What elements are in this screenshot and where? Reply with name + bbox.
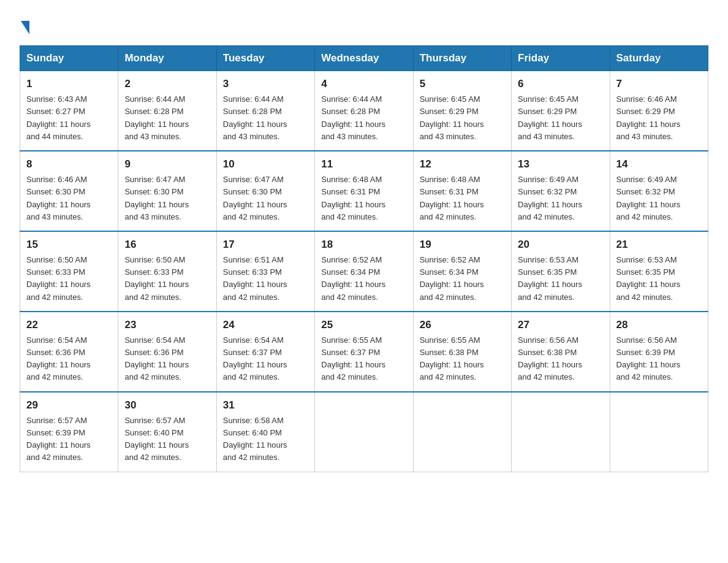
calendar-cell: 10Sunrise: 6:47 AMSunset: 6:30 PMDayligh… xyxy=(216,151,314,231)
calendar-week-row: 22Sunrise: 6:54 AMSunset: 6:36 PMDayligh… xyxy=(20,312,708,392)
day-number: 30 xyxy=(124,397,210,413)
day-info: Sunrise: 6:52 AMSunset: 6:34 PMDaylight:… xyxy=(420,254,505,304)
day-number: 15 xyxy=(26,237,112,253)
day-header-sunday: Sunday xyxy=(20,46,118,71)
day-info: Sunrise: 6:50 AMSunset: 6:33 PMDaylight:… xyxy=(26,254,112,304)
day-info: Sunrise: 6:43 AMSunset: 6:27 PMDaylight:… xyxy=(26,93,112,143)
logo xyxy=(20,20,29,34)
day-info: Sunrise: 6:55 AMSunset: 6:37 PMDaylight:… xyxy=(321,334,406,384)
day-info: Sunrise: 6:54 AMSunset: 6:36 PMDaylight:… xyxy=(124,334,210,384)
calendar-cell: 12Sunrise: 6:48 AMSunset: 6:31 PMDayligh… xyxy=(413,151,511,231)
calendar-cell: 30Sunrise: 6:57 AMSunset: 6:40 PMDayligh… xyxy=(118,392,216,472)
day-info: Sunrise: 6:56 AMSunset: 6:39 PMDaylight:… xyxy=(616,334,702,384)
logo-triangle-icon xyxy=(21,21,29,34)
calendar-week-row: 8Sunrise: 6:46 AMSunset: 6:30 PMDaylight… xyxy=(20,151,708,231)
page-header xyxy=(20,15,708,34)
calendar-header-row: SundayMondayTuesdayWednesdayThursdayFrid… xyxy=(20,46,708,71)
day-number: 5 xyxy=(420,76,505,92)
calendar-cell: 13Sunrise: 6:49 AMSunset: 6:32 PMDayligh… xyxy=(512,151,610,231)
calendar-cell: 8Sunrise: 6:46 AMSunset: 6:30 PMDaylight… xyxy=(20,151,118,231)
day-header-wednesday: Wednesday xyxy=(315,46,413,71)
day-number: 19 xyxy=(420,237,505,253)
calendar-cell xyxy=(512,392,610,472)
calendar-cell: 1Sunrise: 6:43 AMSunset: 6:27 PMDaylight… xyxy=(20,71,118,151)
day-number: 25 xyxy=(321,317,406,333)
day-header-thursday: Thursday xyxy=(413,46,511,71)
day-info: Sunrise: 6:44 AMSunset: 6:28 PMDaylight:… xyxy=(223,93,308,143)
calendar-week-row: 29Sunrise: 6:57 AMSunset: 6:39 PMDayligh… xyxy=(20,392,708,472)
day-info: Sunrise: 6:51 AMSunset: 6:33 PMDaylight:… xyxy=(223,254,308,304)
day-info: Sunrise: 6:47 AMSunset: 6:30 PMDaylight:… xyxy=(223,174,308,223)
day-number: 29 xyxy=(26,397,112,413)
day-info: Sunrise: 6:46 AMSunset: 6:30 PMDaylight:… xyxy=(26,174,112,223)
calendar-week-row: 1Sunrise: 6:43 AMSunset: 6:27 PMDaylight… xyxy=(20,71,708,151)
day-number: 2 xyxy=(124,76,210,92)
day-number: 16 xyxy=(124,237,210,253)
calendar-cell: 23Sunrise: 6:54 AMSunset: 6:36 PMDayligh… xyxy=(118,312,216,392)
day-number: 12 xyxy=(420,156,505,172)
day-info: Sunrise: 6:56 AMSunset: 6:38 PMDaylight:… xyxy=(518,334,603,384)
day-info: Sunrise: 6:44 AMSunset: 6:28 PMDaylight:… xyxy=(124,93,210,143)
day-info: Sunrise: 6:57 AMSunset: 6:39 PMDaylight:… xyxy=(26,415,112,464)
day-number: 1 xyxy=(26,76,112,92)
calendar-cell: 31Sunrise: 6:58 AMSunset: 6:40 PMDayligh… xyxy=(216,392,314,472)
calendar-cell: 29Sunrise: 6:57 AMSunset: 6:39 PMDayligh… xyxy=(20,392,118,472)
day-info: Sunrise: 6:58 AMSunset: 6:40 PMDaylight:… xyxy=(223,415,308,464)
day-info: Sunrise: 6:53 AMSunset: 6:35 PMDaylight:… xyxy=(616,254,702,304)
day-number: 14 xyxy=(616,156,702,172)
calendar-cell: 26Sunrise: 6:55 AMSunset: 6:38 PMDayligh… xyxy=(413,312,511,392)
calendar-cell: 6Sunrise: 6:45 AMSunset: 6:29 PMDaylight… xyxy=(512,71,610,151)
day-number: 27 xyxy=(518,317,603,333)
day-info: Sunrise: 6:45 AMSunset: 6:29 PMDaylight:… xyxy=(518,93,603,143)
day-info: Sunrise: 6:46 AMSunset: 6:29 PMDaylight:… xyxy=(616,93,702,143)
calendar-cell: 25Sunrise: 6:55 AMSunset: 6:37 PMDayligh… xyxy=(315,312,413,392)
day-number: 26 xyxy=(420,317,505,333)
calendar-cell: 15Sunrise: 6:50 AMSunset: 6:33 PMDayligh… xyxy=(20,231,118,312)
day-number: 11 xyxy=(321,156,406,172)
day-number: 20 xyxy=(518,237,603,253)
day-header-saturday: Saturday xyxy=(610,46,708,71)
day-info: Sunrise: 6:44 AMSunset: 6:28 PMDaylight:… xyxy=(321,93,406,143)
day-info: Sunrise: 6:48 AMSunset: 6:31 PMDaylight:… xyxy=(420,174,505,223)
calendar-cell: 14Sunrise: 6:49 AMSunset: 6:32 PMDayligh… xyxy=(610,151,708,231)
day-info: Sunrise: 6:49 AMSunset: 6:32 PMDaylight:… xyxy=(518,174,603,223)
day-info: Sunrise: 6:45 AMSunset: 6:29 PMDaylight:… xyxy=(420,93,505,143)
day-info: Sunrise: 6:54 AMSunset: 6:36 PMDaylight:… xyxy=(26,334,112,384)
day-number: 9 xyxy=(124,156,210,172)
calendar-cell: 7Sunrise: 6:46 AMSunset: 6:29 PMDaylight… xyxy=(610,71,708,151)
day-info: Sunrise: 6:49 AMSunset: 6:32 PMDaylight:… xyxy=(616,174,702,223)
day-number: 17 xyxy=(223,237,308,253)
day-header-friday: Friday xyxy=(512,46,610,71)
day-info: Sunrise: 6:52 AMSunset: 6:34 PMDaylight:… xyxy=(321,254,406,304)
day-number: 8 xyxy=(26,156,112,172)
day-info: Sunrise: 6:54 AMSunset: 6:37 PMDaylight:… xyxy=(223,334,308,384)
day-info: Sunrise: 6:48 AMSunset: 6:31 PMDaylight:… xyxy=(321,174,406,223)
calendar-cell xyxy=(610,392,708,472)
day-number: 23 xyxy=(124,317,210,333)
day-number: 6 xyxy=(518,76,603,92)
calendar-cell: 20Sunrise: 6:53 AMSunset: 6:35 PMDayligh… xyxy=(512,231,610,312)
day-info: Sunrise: 6:57 AMSunset: 6:40 PMDaylight:… xyxy=(124,415,210,464)
day-header-tuesday: Tuesday xyxy=(216,46,314,71)
day-info: Sunrise: 6:55 AMSunset: 6:38 PMDaylight:… xyxy=(420,334,505,384)
day-number: 10 xyxy=(223,156,308,172)
day-number: 31 xyxy=(223,397,308,413)
day-header-monday: Monday xyxy=(118,46,216,71)
day-number: 24 xyxy=(223,317,308,333)
calendar-cell: 5Sunrise: 6:45 AMSunset: 6:29 PMDaylight… xyxy=(413,71,511,151)
day-number: 22 xyxy=(26,317,112,333)
calendar-cell: 17Sunrise: 6:51 AMSunset: 6:33 PMDayligh… xyxy=(216,231,314,312)
calendar-cell: 2Sunrise: 6:44 AMSunset: 6:28 PMDaylight… xyxy=(118,71,216,151)
calendar-cell xyxy=(413,392,511,472)
day-number: 7 xyxy=(616,76,702,92)
calendar-table: SundayMondayTuesdayWednesdayThursdayFrid… xyxy=(20,45,708,472)
day-number: 4 xyxy=(321,76,406,92)
calendar-cell: 3Sunrise: 6:44 AMSunset: 6:28 PMDaylight… xyxy=(216,71,314,151)
day-number: 3 xyxy=(223,76,308,92)
calendar-cell: 16Sunrise: 6:50 AMSunset: 6:33 PMDayligh… xyxy=(118,231,216,312)
day-number: 13 xyxy=(518,156,603,172)
calendar-cell: 24Sunrise: 6:54 AMSunset: 6:37 PMDayligh… xyxy=(216,312,314,392)
day-number: 28 xyxy=(616,317,702,333)
day-info: Sunrise: 6:53 AMSunset: 6:35 PMDaylight:… xyxy=(518,254,603,304)
day-number: 18 xyxy=(321,237,406,253)
